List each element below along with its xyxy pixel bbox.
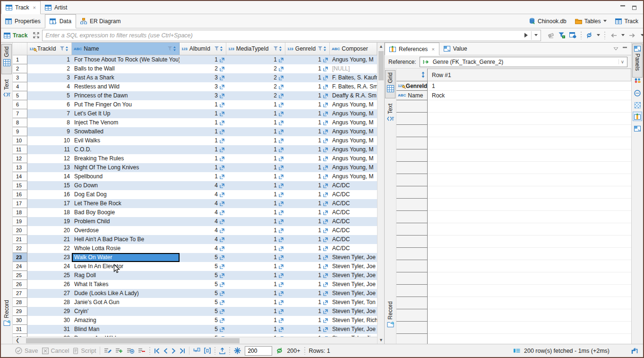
open-reference-icon[interactable] <box>279 318 283 323</box>
open-reference-icon[interactable] <box>323 228 328 233</box>
cell-name[interactable]: Fast As a Shark <box>72 73 180 82</box>
cell-trackid[interactable]: 23 <box>27 253 72 262</box>
cell-genreid[interactable]: 1 <box>285 181 330 190</box>
cell-mediatypeid[interactable]: 1 <box>226 127 285 136</box>
open-reference-icon[interactable] <box>279 201 283 206</box>
filter-sort-icon[interactable] <box>273 46 283 52</box>
cell-mediatypeid[interactable]: 2 <box>226 73 285 82</box>
cell-albumid[interactable]: 4 <box>180 181 226 190</box>
cell-trackid[interactable]: 21 <box>27 235 72 244</box>
open-reference-icon[interactable] <box>323 148 328 152</box>
open-reference-icon[interactable] <box>279 121 283 125</box>
open-reference-icon[interactable] <box>279 291 283 296</box>
open-reference-icon[interactable] <box>323 327 328 332</box>
open-reference-icon[interactable] <box>279 183 283 188</box>
cell-albumid[interactable]: 5 <box>180 307 226 316</box>
script-button[interactable]: Script <box>73 348 96 354</box>
open-reference-icon[interactable] <box>279 175 283 179</box>
cell-composer[interactable]: AC/DC <box>330 217 377 226</box>
filter-sort-icon[interactable] <box>167 46 177 52</box>
open-reference-icon[interactable] <box>323 318 328 323</box>
open-reference-icon[interactable] <box>220 201 224 206</box>
open-reference-icon[interactable] <box>220 300 224 305</box>
ref-tab-record[interactable]: Record <box>385 299 395 342</box>
cell-mediatypeid[interactable]: 1 <box>226 55 285 64</box>
panels-tab[interactable]: Panels <box>632 44 643 78</box>
cell-trackid[interactable]: 11 <box>27 145 72 154</box>
cell-trackid[interactable]: 14 <box>27 172 72 181</box>
cell-name[interactable]: Restless and Wild <box>72 82 180 91</box>
open-reference-icon[interactable] <box>279 76 283 80</box>
editor-tab-artist[interactable]: Artist <box>41 1 71 14</box>
cell-genreid[interactable]: 1 <box>285 280 330 289</box>
panel-minimize-icon[interactable] <box>623 47 627 51</box>
row-number[interactable]: 22 <box>13 244 27 253</box>
tab-properties[interactable]: Properties <box>1 14 45 28</box>
cell-genreid[interactable]: 1 <box>285 64 330 73</box>
open-reference-icon[interactable] <box>220 139 224 143</box>
cell-mediatypeid[interactable]: 1 <box>226 190 285 199</box>
add-row-icon[interactable] <box>115 348 123 354</box>
duplicate-row-icon[interactable] <box>127 348 134 354</box>
open-reference-icon[interactable] <box>323 76 328 80</box>
expand-filter-icon[interactable] <box>33 32 39 38</box>
cell-trackid[interactable]: 27 <box>27 289 72 298</box>
cell-albumid[interactable]: 4 <box>180 199 226 208</box>
open-reference-icon[interactable] <box>220 67 224 71</box>
cell-mediatypeid[interactable]: 1 <box>226 145 285 154</box>
column-header-genreid[interactable]: 123GenreId <box>285 43 330 55</box>
cell-genreid[interactable]: 1 <box>285 253 330 262</box>
cell-trackid[interactable]: 6 <box>27 100 72 109</box>
tab-references[interactable]: References × <box>385 43 439 55</box>
panel-toggle-references[interactable] <box>633 112 642 121</box>
cell-name[interactable]: Evil Walks <box>72 136 180 145</box>
cell-composer[interactable]: Steven Tyler, Joe <box>330 262 377 271</box>
row-number[interactable]: 27 <box>13 289 27 298</box>
row-number[interactable]: 30 <box>13 316 27 325</box>
back-dropdown-icon[interactable] <box>621 34 625 36</box>
cell-albumid[interactable]: 4 <box>180 244 226 253</box>
cell-composer[interactable]: AC/DC <box>330 226 377 235</box>
cell-mediatypeid[interactable]: 1 <box>226 118 285 127</box>
open-reference-icon[interactable] <box>323 112 328 116</box>
cell-albumid[interactable]: 1 <box>180 136 226 145</box>
cell-genreid[interactable]: 1 <box>285 235 330 244</box>
cell-albumid[interactable]: 3 <box>180 73 226 82</box>
open-reference-icon[interactable] <box>323 309 328 314</box>
cell-name[interactable]: Walk On Water <box>72 253 180 262</box>
cell-composer[interactable]: Angus Young, M <box>330 100 377 109</box>
cell-composer[interactable]: AC/DC <box>330 181 377 190</box>
cell-genreid[interactable]: 1 <box>285 325 330 334</box>
cell-composer[interactable]: Deaffy & R.A. Sm <box>330 91 377 100</box>
column-header-composer[interactable]: ABCComposer <box>330 43 377 55</box>
cell-mediatypeid[interactable]: 1 <box>226 271 285 280</box>
cell-composer[interactable]: [NULL] <box>330 64 377 73</box>
cell-composer[interactable]: Angus Young, M <box>330 118 377 127</box>
maximize-icon[interactable] <box>632 5 637 10</box>
cell-name[interactable]: Snowballed <box>72 127 180 136</box>
cell-composer[interactable]: Steven Tyler, Joe <box>330 280 377 289</box>
cell-mediatypeid[interactable]: 2 <box>226 82 285 91</box>
cell-mediatypeid[interactable]: 1 <box>226 325 285 334</box>
cell-trackid[interactable]: 29 <box>27 307 72 316</box>
tab-er-diagram[interactable]: ER Diagram <box>76 14 125 28</box>
row-number[interactable]: 26 <box>13 280 27 289</box>
open-reference-icon[interactable] <box>220 112 224 116</box>
open-reference-icon[interactable] <box>279 309 283 314</box>
open-reference-icon[interactable] <box>279 255 283 260</box>
cell-trackid[interactable]: 4 <box>27 82 72 91</box>
open-reference-icon[interactable] <box>220 282 224 287</box>
cell-genreid[interactable]: 1 <box>285 244 330 253</box>
cell-mediatypeid[interactable]: 1 <box>226 235 285 244</box>
open-reference-icon[interactable] <box>323 121 328 125</box>
cell-composer[interactable]: F. Baltes, S. Kaufm <box>330 73 377 82</box>
cell-name[interactable]: Whole Lotta Rosie <box>72 244 180 253</box>
open-reference-icon[interactable] <box>220 130 224 134</box>
cell-albumid[interactable]: 5 <box>180 262 226 271</box>
cell-albumid[interactable]: 5 <box>180 289 226 298</box>
fetch-more-icon[interactable] <box>276 348 283 354</box>
row-number[interactable]: 6 <box>13 100 27 109</box>
open-reference-icon[interactable] <box>220 175 224 179</box>
open-reference-icon[interactable] <box>220 246 224 251</box>
cell-mediatypeid[interactable]: 1 <box>226 307 285 316</box>
